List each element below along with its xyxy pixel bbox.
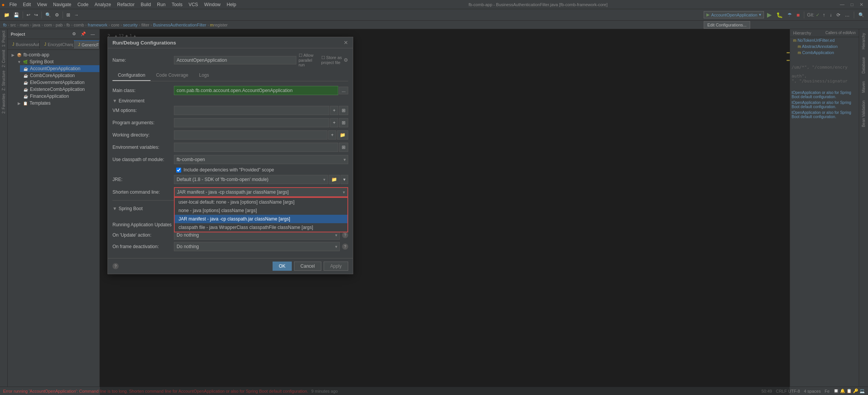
run-config-btn[interactable]: ▶ AccountOpenApplication ▾ [704, 11, 764, 18]
hierarchy-item-0[interactable]: m NoTokenUrlFilter.ed [790, 37, 859, 43]
tree-account-open[interactable]: ☕ AccountOpenApplication [20, 65, 99, 72]
on-frame-help-icon[interactable]: ? [342, 244, 348, 250]
open-app-link-2[interactable]: tOpenApplication or also for Spring Boot… [792, 100, 857, 109]
tab-encrypt[interactable]: J EncryptChangeNoticeController.java ✕ [40, 41, 73, 48]
toolbar-settings-btn[interactable]: ⚙ [53, 12, 61, 18]
git-history-btn[interactable]: ⟳ [835, 12, 842, 18]
working-dir-expand-btn[interactable]: + [328, 130, 336, 140]
program-args-expand-btn[interactable]: + [330, 118, 338, 127]
tree-templates[interactable]: ▶ 📋 Templates [14, 100, 99, 107]
tree-spring-boot[interactable]: ▼ 🌿 Spring Boot [14, 58, 99, 65]
breadcrumb-security[interactable]: security [123, 23, 138, 27]
search-everywhere-btn[interactable]: 🔍 [857, 12, 866, 18]
edit-config-tooltip[interactable]: Edit Configurations... [704, 21, 750, 29]
breadcrumb-java[interactable]: java [33, 23, 40, 27]
jre-select[interactable]: Default (1.8 - SDK of 'fb-comb-open' mod… [174, 175, 328, 184]
menu-analyze[interactable]: Analyze [91, 1, 114, 8]
shorten-cmd-select[interactable]: JAR manifest - java -cp classpath.jar cl… [174, 187, 348, 197]
menu-tools[interactable]: Tools [169, 1, 185, 8]
toolbar-navigate-btn[interactable]: → [73, 12, 80, 18]
menu-refactor[interactable]: Refactor [114, 1, 137, 8]
main-class-browse-btn[interactable]: ... [339, 87, 348, 94]
menu-view[interactable]: View [34, 1, 50, 8]
name-input[interactable] [174, 56, 296, 64]
toolbar-redo-btn[interactable]: ↪ [33, 12, 40, 18]
panel-close-btn[interactable]: — [89, 31, 96, 37]
vm-options-input[interactable] [174, 106, 329, 115]
spring-arrow-icon[interactable]: ▼ [112, 206, 117, 211]
breadcrumb-framework[interactable]: framework [88, 23, 107, 27]
left-vtab-favorites[interactable]: 2: Favorites [1, 92, 7, 115]
breadcrumb-com[interactable]: com [44, 23, 52, 27]
debug-btn[interactable]: 🐛 [775, 11, 784, 19]
ok-btn[interactable]: OK [273, 262, 291, 271]
stop-btn[interactable]: ■ [795, 11, 801, 19]
toolbar-open-btn[interactable]: 📁 [2, 12, 11, 18]
coverage-btn[interactable]: ☂ [786, 11, 794, 18]
on-frame-select[interactable]: Do nothing [174, 242, 340, 251]
breadcrumb-core[interactable]: core [111, 23, 119, 27]
tree-ele-gov[interactable]: ☕ EleGovernmentApplication [20, 79, 99, 86]
tree-root[interactable]: ▶ 📦 fb-comb-app [8, 51, 99, 58]
open-app-link-3[interactable]: tOpenApplication or also for Spring Boot… [792, 110, 857, 119]
dialog-help-icon[interactable]: ? [112, 263, 119, 269]
vtab-hierarchy[interactable]: Hierarchy [861, 31, 866, 52]
classpath-select[interactable]: fb-comb-open [174, 155, 348, 164]
main-class-input[interactable] [174, 86, 338, 95]
left-vtab-structure[interactable]: Z: Structure [1, 69, 7, 92]
dialog-tab-coverage[interactable]: Code Coverage [150, 70, 193, 81]
cancel-btn[interactable]: Cancel [294, 262, 321, 271]
vm-options-expand-btn[interactable]: + [330, 106, 338, 115]
tree-comb-core[interactable]: ☕ CombCoreApplication [20, 72, 99, 79]
breadcrumb-register[interactable]: register [213, 23, 228, 27]
breadcrumb-fb2[interactable]: fb [66, 23, 70, 27]
menu-edit[interactable]: Edit [20, 1, 34, 8]
tree-finance[interactable]: ☕ FinanceApplication [20, 93, 99, 100]
program-args-browse-btn[interactable]: ⊞ [339, 118, 348, 127]
jre-browse-btn[interactable]: 📁 [329, 175, 340, 184]
close-btn[interactable]: ✕ [856, 2, 866, 7]
env-vars-input[interactable] [174, 143, 338, 152]
left-vtab-commit[interactable]: 2: Commit [1, 48, 7, 69]
minimize-btn[interactable]: — [837, 2, 848, 7]
vm-options-browse-btn[interactable]: ⊞ [339, 106, 348, 115]
breadcrumb-src[interactable]: src [10, 23, 16, 27]
breadcrumb-comb[interactable]: comb [74, 23, 84, 27]
store-settings-btn[interactable]: ⚙ [344, 57, 348, 63]
toolbar-undo-btn[interactable]: ↩ [25, 12, 32, 18]
breadcrumb-fb[interactable]: fb [3, 23, 7, 27]
menu-navigate[interactable]: Navigate [50, 1, 74, 8]
vtab-bean-validation[interactable]: Bean Validation [861, 98, 866, 129]
breadcrumb-method[interactable]: m [210, 23, 213, 27]
breadcrumb-pab[interactable]: pab [56, 23, 63, 27]
menu-file[interactable]: File [6, 1, 20, 8]
dialog-tab-logs[interactable]: Logs [193, 70, 214, 81]
menu-window[interactable]: Window [201, 1, 224, 8]
toolbar-structure-btn[interactable]: ⊞ [65, 12, 72, 18]
panel-settings-btn[interactable]: ⚙ [71, 31, 78, 37]
env-vars-expand-btn[interactable]: ⊞ [339, 143, 348, 152]
run-btn[interactable]: ▶ [765, 10, 773, 19]
apply-btn[interactable]: Apply [324, 262, 348, 271]
tab-business-auth[interactable]: J BusinessAuthenticationFilter.java ✕ [8, 41, 40, 48]
menu-build[interactable]: Build [137, 1, 154, 8]
shorten-option-2[interactable]: JAR manifest - java -cp classpath.jar cl… [175, 215, 347, 223]
hierarchy-item-1[interactable]: m AbstractAnnotation [790, 43, 859, 49]
menu-run[interactable]: Run [154, 1, 169, 8]
toolbar-search-btn[interactable]: 🔍 [44, 12, 53, 18]
menu-code[interactable]: Code [74, 1, 92, 8]
git-pull-btn[interactable]: ↓ [828, 12, 833, 18]
breadcrumb-filter[interactable]: filter [141, 23, 149, 27]
left-vtab-project[interactable]: 1: Project [1, 29, 7, 48]
git-more-btn[interactable]: … [843, 12, 851, 18]
maximize-btn[interactable]: □ [848, 2, 856, 7]
working-dir-input[interactable] [174, 130, 327, 140]
menu-help[interactable]: Help [224, 1, 240, 8]
shorten-option-3[interactable]: classpath file - java WrapperClass class… [175, 223, 347, 232]
include-deps-checkbox[interactable] [176, 168, 181, 173]
env-arrow[interactable]: ▼ [112, 98, 117, 104]
vtab-maven[interactable]: Maven [861, 79, 866, 95]
breadcrumb-class[interactable]: BusinessAuthenticationFilter [153, 23, 207, 27]
breadcrumb-main[interactable]: main [20, 23, 29, 27]
working-dir-browse-btn[interactable]: 📁 [337, 130, 348, 140]
